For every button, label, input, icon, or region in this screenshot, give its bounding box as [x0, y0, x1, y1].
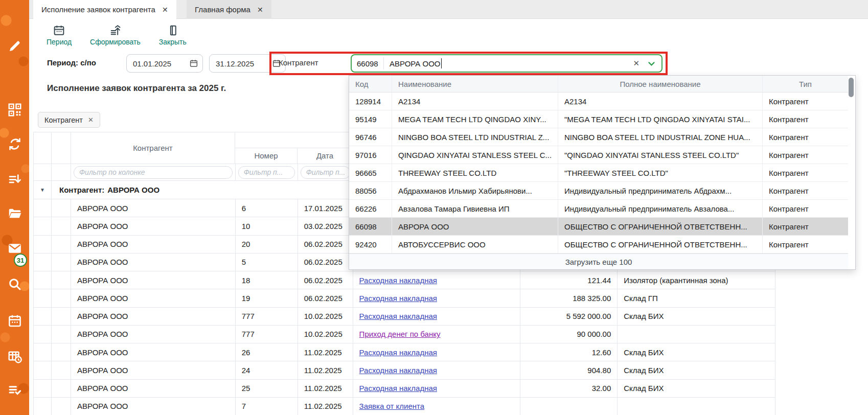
- cell-fullname: ОБЩЕСТВО С ОГРАНИЧЕННОЙ ОТВЕТСТВЕНН...: [558, 218, 762, 235]
- header-counterparty[interactable]: Контрагент: [71, 132, 235, 164]
- tab-close-icon[interactable]: ✕: [162, 6, 168, 14]
- dropdown-row[interactable]: 128914A2134A2134Контрагент: [349, 93, 848, 110]
- date-from-input[interactable]: [126, 54, 203, 73]
- cell-document: Заявка от клиента: [353, 398, 521, 415]
- load-more-button[interactable]: Загрузить еще 100: [349, 253, 848, 269]
- dropdown-row[interactable]: 66226Авзалова Тамара Гивиевна ИПИндивиду…: [349, 200, 848, 218]
- folder-icon[interactable]: [7, 206, 22, 221]
- cell-code: 95149: [349, 110, 392, 128]
- edit-pencil-icon[interactable]: [7, 38, 22, 54]
- document-link[interactable]: Расходная накладная: [359, 384, 437, 393]
- cell-expander: [34, 343, 52, 361]
- document-link[interactable]: Приход денег по банку: [359, 330, 441, 338]
- cell-marker: [52, 380, 71, 397]
- cell-number: 20: [236, 236, 298, 253]
- tab-glavnaya-forma[interactable]: Главная форма ✕: [187, 0, 271, 19]
- document-link[interactable]: Расходная накладная: [359, 276, 437, 285]
- tab-close-icon[interactable]: ✕: [257, 6, 263, 14]
- cell-amount: 32.00: [520, 380, 618, 397]
- report-title: Исполнение заявок контрагента за 2025 г.: [47, 83, 226, 94]
- dropdown-row[interactable]: 95149MEGA TEAM TECH LTD QINGDAO XINY..."…: [349, 110, 848, 128]
- clear-icon[interactable]: ✕: [633, 59, 639, 68]
- cell-marker: [52, 398, 71, 415]
- document-link[interactable]: Расходная накладная: [359, 366, 437, 375]
- dropdown-col-type[interactable]: Тип: [762, 76, 848, 92]
- header-number[interactable]: Номер: [235, 148, 298, 164]
- cell-number: 5: [236, 253, 298, 271]
- cell-date: 11.02.2025: [298, 380, 353, 397]
- table-row[interactable]: АВРОРА ООО77710.02.2025Приход денег по б…: [34, 326, 775, 343]
- group-label: Контрагент:: [59, 186, 104, 194]
- date-to-field[interactable]: [209, 54, 286, 73]
- tab-ispolnenie-zayavok[interactable]: Исполнение заявок контрагента ✕: [33, 0, 176, 19]
- table-clock-icon[interactable]: [7, 349, 22, 364]
- cell-code: 96665: [349, 164, 392, 181]
- filter-counterparty-input[interactable]: [74, 166, 233, 179]
- filter-number-input[interactable]: [238, 166, 295, 179]
- document-link[interactable]: Заявка от клиента: [359, 402, 424, 410]
- generate-button[interactable]: Сформировать: [90, 24, 141, 46]
- cell-document: Приход денег по банку: [353, 326, 521, 343]
- cell-type: Контрагент: [762, 110, 848, 128]
- dropdown-row[interactable]: 66098АВРОРА ООООБЩЕСТВО С ОГРАНИЧЕННОЙ О…: [349, 218, 848, 236]
- cell-number: 777: [236, 308, 298, 325]
- cell-counterparty: АВРОРА ООО: [71, 289, 236, 307]
- calendar-icon[interactable]: [7, 313, 22, 329]
- dropdown-row[interactable]: 92420АВТОБУССЕРВИС ООООБЩЕСТВО С ОГРАНИЧ…: [349, 236, 848, 253]
- cell-type: Контрагент: [762, 182, 848, 199]
- cell-expander: [34, 326, 52, 343]
- cell-expander: [34, 236, 52, 253]
- dropdown-row[interactable]: 97016QINGDAO XINYATAI STANLESS STEEL C..…: [349, 146, 848, 164]
- tab-bar: Исполнение заявок контрагента ✕ Главная …: [29, 0, 868, 19]
- export-list-icon[interactable]: [7, 171, 22, 187]
- scrollbar-thumb[interactable]: [849, 78, 854, 97]
- search-icon[interactable]: [7, 276, 22, 292]
- chevron-down-icon[interactable]: [647, 59, 656, 68]
- table-row[interactable]: АВРОРА ООО1906.02.2025Расходная накладна…: [34, 289, 775, 307]
- date-from-field[interactable]: [126, 54, 203, 73]
- table-row[interactable]: АВРОРА ООО711.02.2025Заявка от клиента: [34, 398, 775, 415]
- qr-code-icon[interactable]: [7, 102, 22, 118]
- filter-date-input[interactable]: [301, 166, 350, 179]
- date-to-input[interactable]: [209, 54, 286, 73]
- cell-expander: [34, 380, 52, 397]
- cell-counterparty: АВРОРА ООО: [71, 199, 236, 217]
- counterparty-combobox[interactable]: 66098 АВРОРА ООО ✕: [351, 54, 663, 73]
- document-link[interactable]: Расходная накладная: [359, 348, 437, 357]
- table-row[interactable]: АВРОРА ООО77710.02.2025Расходная накладн…: [34, 308, 775, 326]
- grouping-chip-counterparty[interactable]: Контрагент ✕: [38, 112, 100, 128]
- table-row[interactable]: АВРОРА ООО2511.02.2025Расходная накладна…: [34, 380, 775, 398]
- header-date[interactable]: Дата: [298, 148, 353, 164]
- cell-expander: [34, 361, 52, 379]
- cell-marker: [52, 326, 71, 343]
- list-check-icon[interactable]: [7, 382, 22, 398]
- dropdown-row[interactable]: 88056Абдрахманов Ильмир Хабирьянови...Ин…: [349, 182, 848, 200]
- counterparty-name-value: АВРОРА ООО: [390, 59, 441, 68]
- close-button[interactable]: Закрыть: [159, 24, 187, 46]
- sync-refresh-icon[interactable]: [7, 136, 22, 152]
- header-expander-col: [34, 132, 52, 164]
- dropdown-col-fullname[interactable]: Полное наименование: [558, 76, 762, 92]
- close-button-label: Закрыть: [159, 38, 187, 46]
- dropdown-row[interactable]: 96746NINGBO BOA STEEL LTD INDUSTRIAL Z..…: [349, 128, 848, 146]
- cell-marker: [52, 343, 71, 361]
- table-row[interactable]: АВРОРА ООО1806.02.2025Расходная накладна…: [34, 271, 775, 289]
- cell-fullname: "THREEWAY STEEL CO.LTD": [558, 164, 762, 181]
- dropdown-col-name[interactable]: Наименование: [392, 76, 558, 92]
- document-link[interactable]: Расходная накладная: [359, 294, 437, 303]
- cell-number: 26: [236, 343, 298, 361]
- chip-close-icon[interactable]: ✕: [88, 116, 94, 124]
- counterparty-label: Контрагент: [279, 51, 318, 75]
- dropdown-row[interactable]: 96665THREEWAY STEEL CO.LTD"THREEWAY STEE…: [349, 164, 848, 182]
- document-link[interactable]: Расходная накладная: [359, 312, 437, 320]
- table-row[interactable]: АВРОРА ООО2611.02.2025Расходная накладна…: [34, 343, 775, 361]
- cell-amount: 188 325.00: [520, 289, 618, 307]
- table-row[interactable]: АВРОРА ООО2411.02.2025Расходная накладна…: [34, 361, 775, 379]
- collapse-triangle-icon[interactable]: ▼: [34, 181, 52, 199]
- period-range-label: Период: с/по: [47, 51, 96, 75]
- cell-marker: [52, 199, 71, 217]
- dropdown-scrollbar[interactable]: [848, 76, 855, 269]
- period-button[interactable]: Период: [47, 24, 72, 46]
- generate-icon: [109, 24, 122, 37]
- dropdown-col-code[interactable]: Код: [349, 76, 392, 92]
